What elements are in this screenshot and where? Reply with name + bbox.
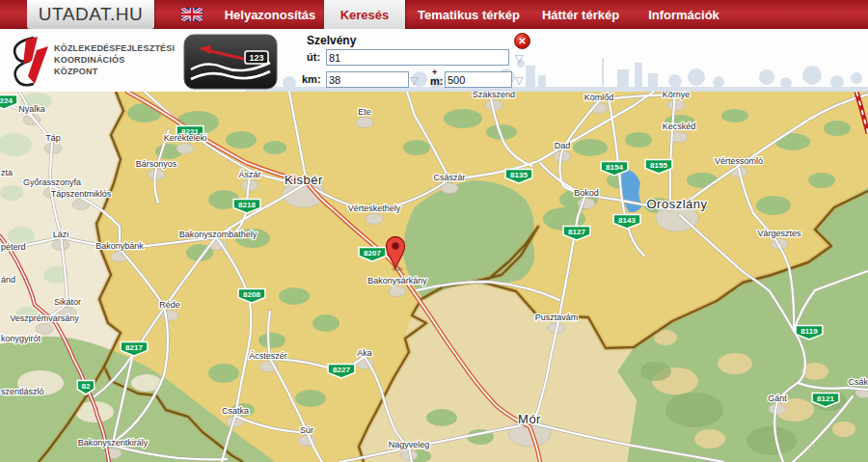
svg-text:8127: 8127 — [568, 228, 585, 236]
town-label: Bakonybánk — [95, 241, 144, 251]
town-label: Dad — [555, 141, 571, 150]
town-label: Bakonyszombathely — [179, 230, 258, 239]
town-label: Bársonyos — [136, 159, 177, 169]
svg-text:8207: 8207 — [364, 249, 381, 258]
ut-input[interactable] — [326, 49, 509, 66]
tab-label: Helyazonosítás — [225, 8, 316, 22]
panel-title: Szelvény — [307, 34, 356, 47]
town-label: Réde — [159, 300, 180, 310]
town-label: Császár — [433, 173, 465, 182]
kkk-logo: KÖZLEKEDÉSFEJLESZTÉSI KOORDINÁCIÓS KÖZPO… — [5, 35, 175, 87]
town-label: Nagyveleg — [389, 440, 430, 449]
town-label: Ete — [358, 107, 371, 117]
svg-text:8155: 8155 — [650, 161, 667, 170]
svg-text:8121: 8121 — [817, 394, 834, 403]
svg-text:8217: 8217 — [125, 343, 143, 352]
town-label: Szákszend — [473, 92, 515, 99]
svg-text:8227: 8227 — [333, 366, 350, 374]
town-label: zta — [1, 168, 13, 177]
tab-tematikus-terkep[interactable]: Tematikus térkép — [413, 0, 525, 29]
tab-label: Keresés — [340, 8, 390, 22]
town-label: Vértessomló — [715, 156, 763, 166]
km-label: km: — [302, 73, 321, 85]
town-label: Mór — [518, 412, 541, 426]
town-label: Kömlőd — [584, 93, 614, 102]
site-logo-tab[interactable]: UTADAT.HU — [27, 0, 154, 29]
tab-label: Információk — [648, 8, 719, 22]
town-label: Vérteskethely — [348, 204, 401, 213]
svg-text:123: 123 — [249, 53, 263, 63]
svg-text:8143: 8143 — [618, 216, 636, 225]
svg-text:8208: 8208 — [243, 290, 260, 299]
tab-hatter-terkep[interactable]: Háttér térkép — [534, 0, 627, 29]
town-label: Várgesztes — [757, 229, 801, 238]
org-name: KÖZLEKEDÉSFEJLESZTÉSI KOORDINÁCIÓS KÖZPO… — [54, 43, 175, 77]
town-label: Bakonysárkány — [367, 276, 427, 285]
uk-flag-icon[interactable] — [181, 8, 203, 21]
town-label: konygyirót — [1, 334, 41, 343]
town-label: Oroszlány — [646, 197, 707, 211]
road-section-icon: 123 — [183, 34, 278, 90]
map-canvas: 8224822182188207813581548155814381278208… — [0, 92, 868, 462]
town-label: Veszprémvarsány — [10, 313, 79, 323]
town-label: Sikátor — [54, 297, 81, 307]
svg-text:8218: 8218 — [238, 201, 256, 209]
town-label: péterd — [1, 242, 26, 252]
town-label: Csatka — [222, 406, 249, 416]
town-label: ánd — [1, 275, 15, 285]
town-label: szentlászló — [1, 387, 44, 396]
town-label: Kecskéd — [663, 122, 696, 131]
svg-text:8119: 8119 — [800, 327, 818, 336]
town-label: Pusztavám — [535, 313, 579, 322]
kkk-logo-icon — [5, 35, 49, 87]
svg-text:82: 82 — [82, 382, 91, 391]
town-label: Csákvár — [848, 377, 868, 387]
utadat-app: UTADAT.HU Helyazonosítás Keresés Tematik… — [0, 0, 868, 462]
svg-text:8154: 8154 — [606, 163, 623, 172]
m-dropdown-icon[interactable]: ▽ — [515, 75, 523, 86]
tab-helyazonositas[interactable]: Helyazonosítás — [216, 0, 324, 29]
header-band: KÖZLEKEDÉSFEJLESZTÉSI KOORDINÁCIÓS KÖZPO… — [0, 29, 868, 92]
tab-kereses[interactable]: Keresés — [324, 0, 405, 29]
svg-text:8135: 8135 — [510, 171, 528, 179]
town-label: Kerékteleki — [164, 133, 207, 143]
town-label: Nyalka — [18, 104, 45, 114]
top-nav-bar: UTADAT.HU Helyazonosítás Keresés Tematik… — [0, 0, 868, 29]
map[interactable]: 8224822182188207813581548155814381278208… — [0, 92, 868, 462]
site-title: UTADAT.HU — [39, 4, 143, 25]
town-label: Súr — [300, 425, 313, 435]
tab-label: Háttér térkép — [542, 8, 619, 22]
town-label: Ácsteszér — [249, 351, 287, 361]
town-label: Környe — [663, 92, 691, 99]
tab-label: Tematikus térkép — [418, 8, 520, 22]
town-label: Lázi — [53, 230, 69, 239]
town-label: Aka — [357, 348, 372, 358]
svg-text:8224: 8224 — [0, 96, 13, 105]
m-input[interactable] — [445, 71, 512, 88]
km-dropdown-icon[interactable]: ▽ — [410, 75, 418, 86]
town-label: Kisbér — [285, 173, 323, 187]
ut-dropdown-icon[interactable]: ▽ — [515, 53, 523, 64]
town-label: Táp — [45, 133, 61, 143]
town-label: Tápszentmiklós — [51, 189, 112, 199]
close-icon[interactable]: ✕ — [514, 33, 530, 49]
szelveny-panel: Szelvény ✕ út: ▽ km: ▽ + m: ▽ — [294, 32, 537, 90]
town-label: Bakonyszentkirály — [78, 438, 149, 448]
town-label: Ászár — [238, 170, 260, 179]
ut-label: út: — [307, 51, 320, 63]
town-label: Győrasszonyfa — [23, 177, 81, 187]
town-label: Gánt — [768, 394, 787, 403]
m-label: m: — [430, 75, 443, 87]
km-input[interactable] — [326, 71, 409, 88]
tab-informaciok[interactable]: Információk — [638, 0, 729, 29]
town-label: Bokod — [574, 188, 599, 198]
